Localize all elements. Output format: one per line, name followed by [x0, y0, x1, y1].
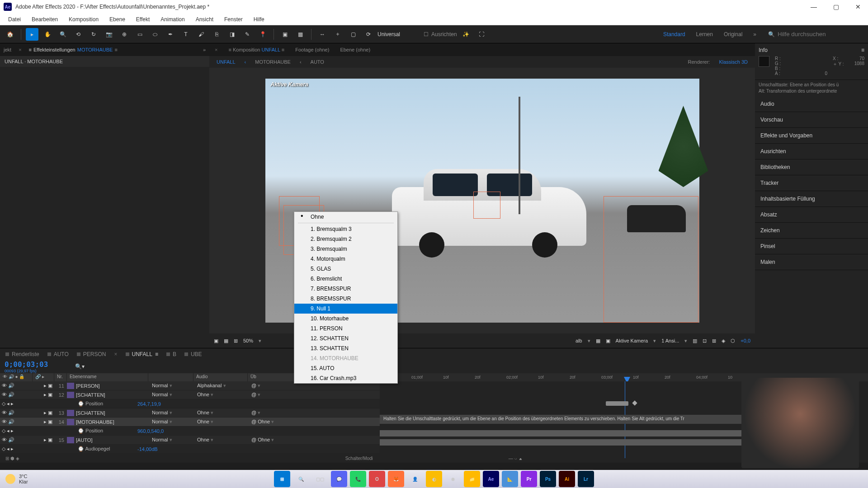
wand-icon[interactable]: ✨ — [460, 28, 472, 41]
puppet-tool[interactable]: 📍 — [256, 28, 269, 41]
switch-mode-label[interactable]: Schalter/Modi — [345, 456, 373, 461]
views-select[interactable]: 1 Ansi... — [661, 338, 679, 343]
zoom-value[interactable]: 50% — [243, 338, 253, 343]
ellipse-tool[interactable]: ⬭ — [149, 28, 161, 41]
ctx-item[interactable]: 3. Bremsqualm — [294, 244, 397, 254]
zoom-tool[interactable]: 🔍 — [57, 28, 69, 41]
tab-effect-settings[interactable]: ≡ Effekteinstellungen MOTORHAUBE ≡ — [29, 47, 118, 52]
task-view[interactable]: ▢▢ — [312, 471, 328, 487]
resolution[interactable]: alb — [576, 338, 582, 343]
mask-icon[interactable]: ▣ — [214, 338, 218, 344]
taskbar-ae[interactable]: Ae — [483, 471, 499, 487]
nav-motorhaube[interactable]: MOTORHAUBE — [255, 59, 291, 65]
search-taskbar[interactable]: 🔍 — [293, 471, 309, 487]
move-tool[interactable]: ↔ — [316, 28, 329, 41]
menu-animation[interactable]: Animation — [156, 15, 189, 23]
taskbar-ai[interactable]: Ai — [559, 471, 575, 487]
exposure-value[interactable]: +0,0 — [741, 338, 750, 343]
workspace-lernen[interactable]: Lernen — [696, 31, 713, 38]
ctx-item[interactable]: 5. GLAS — [294, 264, 397, 274]
panel-effekte[interactable]: Effekte und Vorgaben — [755, 128, 868, 144]
tab-footage[interactable]: Footage (ohne) — [295, 47, 329, 52]
vf-icon4[interactable]: ◈ — [722, 338, 725, 344]
timecode[interactable]: 0;00;03;03 — [5, 360, 48, 369]
ctx-item[interactable]: 12. SCHATTEN — [294, 333, 397, 343]
mask2-icon[interactable]: ▣ — [606, 338, 610, 344]
tab-composition[interactable]: ≡ Komposition UNFALL ≡ — [228, 47, 284, 52]
start-button[interactable]: ⊞ — [274, 471, 290, 487]
workspace-standard[interactable]: Standard — [663, 31, 685, 38]
weather-widget[interactable]: 3°CKlar — [5, 474, 28, 484]
vf-icon5[interactable]: ⬡ — [731, 338, 735, 344]
taskbar-app3[interactable]: 📐 — [502, 471, 518, 487]
ctx-item[interactable]: 9. Null 1 — [294, 304, 397, 314]
ctx-item[interactable]: 1. Bremsqualm 3 — [294, 224, 397, 234]
rotate-tool[interactable]: ↻ — [87, 28, 100, 41]
panel-pinsel[interactable]: Pinsel — [755, 239, 868, 254]
vf-icon2[interactable]: ⊡ — [703, 338, 707, 344]
taskbar-app1[interactable]: 👤 — [407, 471, 423, 487]
transparency-icon[interactable]: ▦ — [596, 338, 600, 344]
rect2-icon[interactable]: ▢ — [347, 28, 359, 41]
menu-ansicht[interactable]: Ansicht — [191, 15, 218, 23]
ctx-item[interactable]: 6. Bremslicht — [294, 274, 397, 284]
layer-row[interactable]: 👁 🔊 ▸ ▣ 12 [SCHATTEN] Normal ▾ Ohne ▾ @ … — [0, 390, 380, 399]
taskbar-opera[interactable]: O — [369, 471, 385, 487]
expand-icon[interactable]: ⛶ — [475, 28, 488, 41]
mesh-icon[interactable]: ▦ — [294, 28, 307, 41]
taskbar-lr[interactable]: Lr — [578, 471, 594, 487]
ctx-item[interactable]: 2. Bremsqualm 2 — [294, 234, 397, 244]
taskbar-firefox[interactable]: 🦊 — [388, 471, 404, 487]
pen-tool[interactable]: ✒ — [164, 28, 177, 41]
panel-zeichen[interactable]: Zeichen — [755, 223, 868, 239]
tab-project[interactable]: jekt — [4, 47, 11, 52]
taskbar-pr[interactable]: Pr — [521, 471, 537, 487]
rect-tool[interactable]: ▭ — [133, 28, 146, 41]
add-icon[interactable]: ＋ — [331, 28, 344, 41]
ctx-item[interactable]: 8. BREMSSPUR — [294, 294, 397, 304]
panel-ausrichten[interactable]: Ausrichten — [755, 144, 868, 160]
renderer-value[interactable]: Klassisch 3D — [719, 59, 748, 65]
box-icon[interactable]: ▣ — [278, 28, 291, 41]
refresh-icon[interactable]: ⟳ — [362, 28, 375, 41]
anchor-tool[interactable]: ⊕ — [118, 28, 131, 41]
clone-tool[interactable]: ⎘ — [210, 28, 223, 41]
grid-icon[interactable]: ▦ — [224, 338, 228, 344]
menu-bearbeiten[interactable]: Bearbeiten — [27, 15, 62, 23]
menu-datei[interactable]: Datei — [4, 15, 25, 23]
minimize-button[interactable]: — — [807, 3, 821, 10]
panel-malen[interactable]: Malen — [755, 254, 868, 270]
tl-search-icon[interactable]: 🔍▾ — [75, 363, 85, 370]
eraser-tool[interactable]: ◨ — [226, 28, 238, 41]
ctx-item[interactable]: 4. Motorqualm — [294, 254, 397, 264]
home-icon[interactable]: 🏠 — [4, 28, 16, 41]
help-search[interactable] — [778, 31, 859, 38]
text-tool[interactable]: T — [179, 28, 192, 41]
layer-row[interactable]: 👁 🔊 ▸ ▣ 15 [AUTO] Normal ▾ Ohne ▾ @ Ohne… — [0, 436, 380, 445]
menu-fenster[interactable]: Fenster — [220, 15, 247, 23]
taskbar-discord[interactable]: 💬 — [331, 471, 347, 487]
nav-auto[interactable]: AUTO — [311, 59, 324, 65]
layer-row[interactable]: 👁 🔊 ▸ ▣ 13 [SCHATTEN] Normal ▾ Ohne ▾ @ … — [0, 408, 380, 418]
panel-overflow[interactable]: » — [203, 47, 206, 52]
camera-tool[interactable]: 📷 — [103, 28, 115, 41]
menu-effekt[interactable]: Effekt — [132, 15, 154, 23]
close-button[interactable]: ✕ — [852, 3, 864, 10]
camera-select[interactable]: Aktive Kamera — [616, 338, 648, 343]
layer-row[interactable]: 👁 🔊 ▸ ▣ 14 [MOTORHAUBE] Normal ▾ Ohne ▾ … — [0, 418, 380, 427]
tl-toggle-icon[interactable]: ⊞ ⬢ ◈ — [5, 456, 19, 461]
tl-tab-b[interactable]: B — [166, 351, 176, 357]
tl-tab-unfall[interactable]: UNFALL ≡ — [126, 351, 158, 357]
workspace-overflow[interactable]: » — [753, 31, 756, 38]
panel-tracker[interactable]: Tracker — [755, 175, 868, 191]
workspace-original[interactable]: Original — [724, 31, 742, 38]
panel-vorschau[interactable]: Vorschau — [755, 112, 868, 128]
roto-tool[interactable]: ✎ — [241, 28, 254, 41]
panel-absatz[interactable]: Absatz — [755, 207, 868, 223]
tab-layer[interactable]: Ebene (ohne) — [340, 47, 370, 52]
menu-hilfe[interactable]: Hilfe — [249, 15, 269, 23]
menu-komposition[interactable]: Komposition — [64, 15, 103, 23]
ctx-item[interactable]: 10. Motorhaube — [294, 314, 397, 324]
tl-tab-ube[interactable]: UBE — [184, 351, 202, 357]
taskbar-obs[interactable]: ⏺ — [445, 471, 461, 487]
